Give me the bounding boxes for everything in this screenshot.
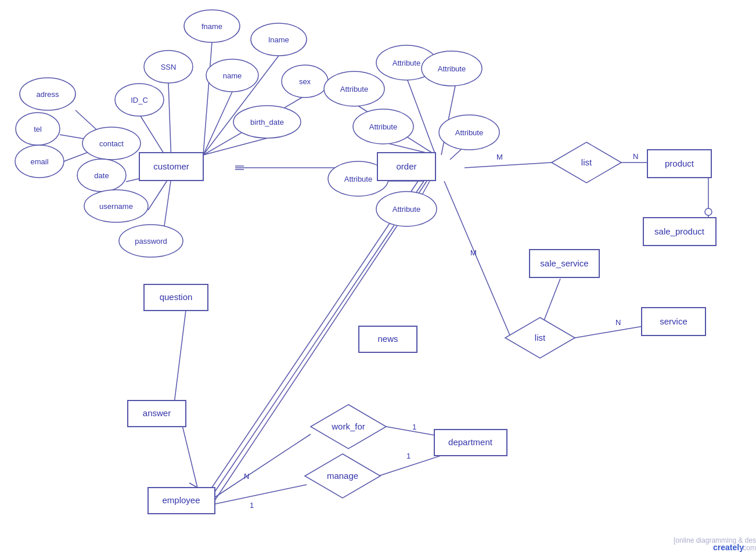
attr-idc-label: ID_C bbox=[131, 96, 148, 104]
line-customer-birth bbox=[203, 138, 267, 155]
entity-department-label: department bbox=[448, 437, 493, 447]
attr-username-label: username bbox=[99, 202, 133, 211]
attr-order-1-label: Attribute bbox=[340, 85, 368, 93]
attr-password-label: password bbox=[135, 237, 167, 246]
card-order-listservice: M bbox=[470, 248, 477, 257]
er-diagram: M N M N N 1 1 1 fname lname name sex bbox=[0, 0, 756, 552]
entity-customer-label: customer bbox=[153, 161, 189, 171]
attr-order-4-label: Attribute bbox=[438, 64, 466, 73]
attr-order-3-label: Attribute bbox=[393, 59, 420, 67]
entity-news-label: news bbox=[377, 334, 398, 344]
entity-sale-service-label: sale_service bbox=[540, 258, 588, 268]
attr-sex-label: sex bbox=[299, 77, 311, 86]
diamond-work-for-label: work_for bbox=[331, 421, 365, 431]
attr-date-label: date bbox=[94, 171, 109, 180]
watermark-suffix: .com bbox=[741, 544, 756, 552]
line-order-list bbox=[465, 163, 552, 168]
diamond-manage-label: manage bbox=[327, 471, 358, 481]
attr-ssn-label: SSN bbox=[161, 63, 177, 71]
attr-birth-date-label: birth_date bbox=[250, 118, 284, 127]
attr-tel-label: tel bbox=[34, 125, 42, 134]
entity-service-label: service bbox=[660, 316, 687, 326]
attr-order-5-label: Attribute bbox=[455, 128, 483, 137]
line-question-answer bbox=[174, 311, 186, 403]
entity-product-label: product bbox=[665, 158, 694, 168]
entity-question-label: question bbox=[160, 292, 193, 302]
line-customer-ssn bbox=[168, 83, 171, 163]
entity-answer-label: answer bbox=[143, 408, 171, 418]
diamond-list-service-label: list bbox=[535, 333, 546, 342]
card-list-product: N bbox=[633, 152, 638, 161]
line-order-attr3 bbox=[406, 77, 435, 155]
attr-contact-label: contact bbox=[99, 139, 124, 148]
card-employee-workfor: N bbox=[244, 472, 249, 481]
attr-order-6-label: Attribute bbox=[344, 175, 372, 183]
attr-name-label: name bbox=[223, 71, 242, 80]
line-order-listservice bbox=[444, 181, 511, 338]
entity-employee-label: employee bbox=[162, 495, 200, 505]
card-workfor-dept: 1 bbox=[412, 423, 416, 431]
attr-email-label: email bbox=[30, 157, 48, 166]
line-employee-manage bbox=[210, 485, 307, 505]
attr-order-7-label: Attribute bbox=[393, 205, 420, 214]
attr-lname-label: lname bbox=[268, 35, 289, 44]
card-manage-dept: 1 bbox=[406, 452, 411, 460]
line-listservice-saleservice bbox=[543, 279, 560, 323]
entity-sale-product-label: sale_product bbox=[654, 226, 705, 236]
attr-fname-label: fname bbox=[201, 22, 222, 31]
card-listservice-service: N bbox=[615, 318, 621, 327]
attr-adress-label: adress bbox=[36, 90, 59, 99]
attr-order-2-label: Attribute bbox=[369, 122, 397, 131]
partial-circle bbox=[705, 208, 712, 215]
card-employee-manage: 1 bbox=[250, 501, 254, 510]
diamond-list-product-label: list bbox=[581, 157, 592, 167]
card-order-list: M bbox=[496, 153, 503, 161]
watermark-brand: creately bbox=[713, 543, 744, 552]
entity-order-label: order bbox=[396, 161, 416, 171]
